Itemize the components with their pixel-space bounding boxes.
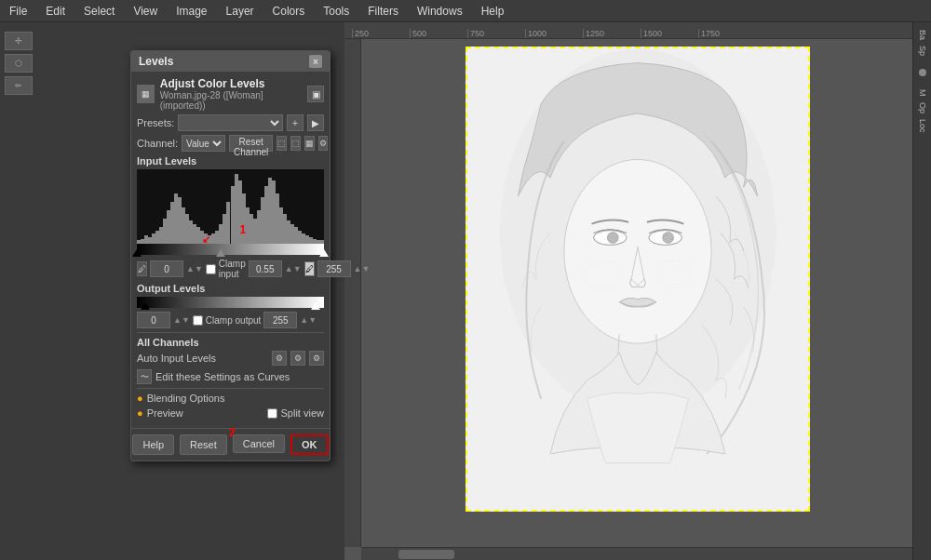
help-button[interactable]: Help <box>132 434 174 455</box>
cancel-wrapper: 2 Cancel <box>233 434 285 455</box>
menu-colors[interactable]: Colors <box>267 3 311 20</box>
menu-filters[interactable]: Filters <box>362 3 404 20</box>
all-channels-section: All Channels Auto Input Levels ⚙ ⚙ ⚙ 〜 E… <box>137 332 324 384</box>
bottom-scrollbar[interactable] <box>361 547 912 560</box>
output-min-field[interactable] <box>137 312 170 328</box>
dialog-header: ▦ Adjust Color Levels Woman.jpg-28 ([Wom… <box>137 77 324 111</box>
presets-row: Presets: + ▶ <box>137 114 324 131</box>
reset-channel-button[interactable]: Reset Channel <box>229 135 273 152</box>
ok-button[interactable]: OK <box>290 434 329 455</box>
presets-label: Presets: <box>137 117 174 128</box>
clamp-input-label: Clamp input <box>219 259 246 279</box>
channel-row: Channel: Value Reset Channel ⬚ ⬚ ▦ ⚙ <box>137 135 324 152</box>
cancel-button[interactable]: Cancel <box>233 434 285 453</box>
split-view-label: Split view <box>281 407 324 419</box>
channel-select[interactable]: Value <box>182 135 225 152</box>
edit-curves-label[interactable]: Edit these Settings as Curves <box>155 371 290 382</box>
dialog-main-title: Adjust Color Levels <box>160 77 302 90</box>
channel-icon-4[interactable]: ⚙ <box>318 136 328 151</box>
menu-view[interactable]: View <box>128 3 163 20</box>
input-min-field[interactable] <box>150 260 183 277</box>
svg-point-6 <box>663 233 674 244</box>
output-gradient-slider[interactable] <box>137 297 324 308</box>
main-area: ✢ ⬡ ✏ Levels × ▦ Adjust Color Levels Wom… <box>0 22 931 560</box>
menu-file[interactable]: File <box>4 3 33 20</box>
auto-icon-2[interactable]: ⚙ <box>290 351 305 366</box>
menu-image[interactable]: Image <box>170 3 212 20</box>
tool-icon-1[interactable]: ✢ <box>5 32 33 50</box>
auto-icon-3[interactable]: ⚙ <box>309 351 324 366</box>
input-levels-label: Input Levels <box>137 155 324 167</box>
right-panel-label-ba: Ba <box>918 30 927 40</box>
reset-button[interactable]: Reset <box>180 434 227 455</box>
sketch-svg <box>467 48 808 510</box>
close-button[interactable]: × <box>309 55 322 68</box>
presets-select[interactable] <box>178 114 283 131</box>
menu-help[interactable]: Help <box>476 3 510 20</box>
right-panel: Ba Sp M Op Loc <box>912 22 931 560</box>
expand-icon[interactable]: ▣ <box>307 86 324 102</box>
output-max-spinner: ▲▼ <box>300 315 317 325</box>
mid-point-handle[interactable] <box>216 249 225 257</box>
clamp-input-checkbox[interactable] <box>206 264 216 274</box>
input-values-row: 🖊 ▲▼ Clamp input ▲▼ 🖊 ▲▼ <box>137 259 324 279</box>
output-values-row: ▲▼ Clamp output ▲▼ <box>137 312 324 328</box>
output-white-handle[interactable] <box>311 302 320 310</box>
right-panel-label-loc: Loc <box>918 119 927 133</box>
canvas-image[interactable] <box>466 47 810 512</box>
curves-icon[interactable]: 〜 <box>137 369 152 384</box>
ruler-mark-1500: 1500 <box>641 29 698 38</box>
scrollbar-thumb[interactable] <box>398 550 454 559</box>
ruler-left <box>344 39 361 547</box>
histogram <box>137 169 324 244</box>
levels-dialog: Levels × ▦ Adjust Color Levels Woman.jpg… <box>130 50 331 461</box>
input-gradient-slider[interactable]: ↙ 1 <box>137 244 324 255</box>
black-point-handle[interactable] <box>132 249 142 257</box>
ruler-mark-250: 250 <box>352 29 410 38</box>
ruler-mark-1000: 1000 <box>525 29 583 38</box>
clamp-input-field[interactable] <box>249 260 282 277</box>
white-point-handle[interactable] <box>319 249 329 257</box>
right-panel-label-m: M <box>918 89 927 97</box>
white-eyedropper-icon[interactable]: 🖊 <box>304 261 315 276</box>
blending-options-label[interactable]: Blending Options <box>147 393 225 404</box>
menu-layer[interactable]: Layer <box>221 3 260 20</box>
ruler-mark-1250: 1250 <box>583 29 641 38</box>
ruler-mark-750: 750 <box>467 29 525 38</box>
tool-icon-3[interactable]: ✏ <box>5 76 33 95</box>
add-preset-button[interactable]: + <box>287 114 304 131</box>
menu-tools[interactable]: Tools <box>317 3 355 20</box>
output-max-field[interactable] <box>263 312 297 328</box>
black-eyedropper-icon[interactable]: 🖊 <box>137 261 147 276</box>
clamp-output-checkbox[interactable] <box>193 315 203 326</box>
output-black-handle[interactable] <box>141 302 150 310</box>
ruler-mark-500: 500 <box>410 29 467 38</box>
dialog-subtitle: Woman.jpg-28 ([Woman] (imported)) <box>160 90 302 111</box>
output-min-spinner: ▲▼ <box>173 315 190 325</box>
ruler-marks: 250 500 750 1000 1250 1500 1750 <box>352 29 756 38</box>
channel-label: Channel: <box>137 138 178 149</box>
all-channels-label: All Channels <box>137 337 324 348</box>
right-panel-label-op: Op <box>918 102 927 113</box>
menu-select[interactable]: Select <box>78 3 120 20</box>
channel-icon-2[interactable]: ⬚ <box>290 136 301 151</box>
dialog-titlebar: Levels × <box>131 51 330 72</box>
dialog-buttons: Help Reset 2 Cancel OK <box>131 428 330 460</box>
channel-icon-1[interactable]: ⬚ <box>277 136 287 151</box>
menu-windows[interactable]: Windows <box>412 3 468 20</box>
dialog-title: Levels <box>139 55 173 68</box>
blending-section: ● Blending Options ● Preview Split view <box>137 388 324 419</box>
tool-icon-2[interactable]: ⬡ <box>5 54 33 73</box>
menu-edit[interactable]: Edit <box>40 3 71 20</box>
split-view-checkbox[interactable] <box>267 408 277 419</box>
auto-icon-1[interactable]: ⚙ <box>272 351 287 366</box>
spinner-arrows: ▲▼ <box>186 264 203 273</box>
blending-dot: ● <box>137 393 143 404</box>
preset-options-button[interactable]: ▶ <box>307 114 324 131</box>
canvas-area: 250 500 750 1000 1250 1500 1750 <box>344 22 931 560</box>
channel-icon-3[interactable]: ▦ <box>304 136 315 151</box>
svg-point-2 <box>564 159 711 343</box>
input-max-field[interactable] <box>317 260 351 277</box>
preview-label: Preview <box>147 407 183 419</box>
split-view-row: Split view <box>267 407 324 419</box>
